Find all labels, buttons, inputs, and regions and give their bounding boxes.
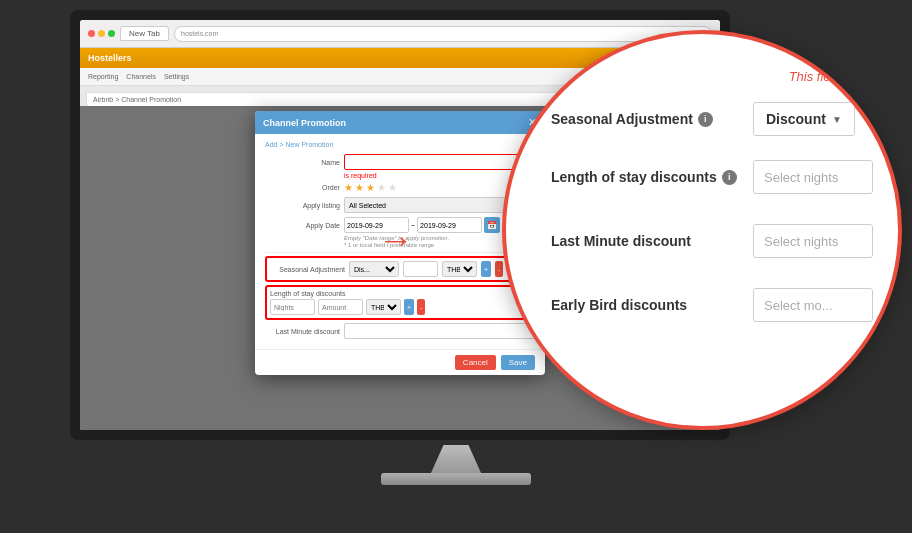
seasonal-info-icon: i: [698, 112, 713, 127]
los-remove-btn[interactable]: -: [417, 299, 425, 315]
star-rating[interactable]: ★ ★ ★ ★ ★: [344, 182, 397, 193]
seasonal-zoom-label: Seasonal Adjustment i: [551, 111, 741, 127]
browser-controls: [88, 30, 115, 37]
early-bird-zoom-input[interactable]: Select mo...: [753, 288, 873, 322]
browser-tab[interactable]: New Tab: [120, 26, 169, 41]
modal-breadcrumb: Add > New Promotion: [265, 141, 535, 148]
monitor-stand-base: [381, 473, 531, 485]
order-label: Order: [265, 184, 340, 191]
name-error: is required: [344, 172, 535, 179]
name-row: Name: [265, 154, 535, 170]
los-zoom-label: Length of stay discounts i: [551, 169, 741, 185]
last-minute-input[interactable]: [344, 323, 535, 339]
seasonal-unit-select[interactable]: THB: [442, 261, 477, 277]
seasonal-amount-input[interactable]: [403, 261, 438, 277]
seasonal-type-select[interactable]: Dis...: [349, 261, 399, 277]
order-row: Order ★ ★ ★ ★ ★: [265, 182, 535, 193]
calendar-button[interactable]: 📅: [484, 217, 500, 233]
modal-title: Channel Promotion: [263, 118, 346, 128]
los-add-btn[interactable]: +: [404, 299, 414, 315]
los-zoom-input[interactable]: Select nights: [753, 160, 873, 194]
arrow-icon: →: [378, 219, 414, 261]
nights-input[interactable]: [270, 299, 315, 315]
los-unit-select[interactable]: THB: [366, 299, 401, 315]
early-bird-zoom-row: Early Bird discounts Select mo...: [551, 288, 873, 322]
seasonal-label: Seasonal Adjustment: [270, 266, 345, 273]
name-label: Name: [265, 159, 340, 166]
name-input[interactable]: [344, 154, 535, 170]
los-section: Length of stay discounts THB + -: [265, 285, 535, 320]
monitor-stand-neck: [431, 445, 481, 473]
nav-channels[interactable]: Channels: [126, 73, 156, 80]
seasonal-row: Seasonal Adjustment Dis... THB +: [270, 261, 530, 277]
amount-input[interactable]: [318, 299, 363, 315]
last-minute-zoom-input[interactable]: Select nights: [753, 224, 873, 258]
last-minute-zoom-label: Last Minute discount: [551, 233, 741, 249]
apply-listing-row: Apply listing All Selected: [265, 197, 535, 213]
last-minute-zoom-row: Last Minute discount Select nights: [551, 224, 873, 258]
early-bird-zoom-label: Early Bird discounts: [551, 297, 741, 313]
modal-footer: Cancel Save: [255, 349, 545, 375]
date-to-input[interactable]: [417, 217, 482, 233]
cancel-button[interactable]: Cancel: [455, 355, 496, 370]
los-zoom-row: Length of stay discounts i Select nights: [551, 160, 873, 194]
browser-address-bar[interactable]: hostels.com: [174, 26, 712, 42]
error-field-text: This field i...: [551, 69, 873, 84]
los-info-icon: i: [722, 170, 737, 185]
apply-date-label: Apply Date: [265, 222, 340, 229]
los-label-row: Length of stay discounts: [270, 290, 530, 297]
modal-header: Channel Promotion ✕: [255, 111, 545, 134]
last-minute-row: Last Minute discount: [265, 323, 535, 339]
dropdown-arrow-icon: ▼: [832, 114, 842, 125]
browser-chrome: New Tab hostels.com: [80, 20, 720, 48]
seasonal-remove-btn[interactable]: -: [495, 261, 503, 277]
seasonal-zoom-row: Seasonal Adjustment i Discount ▼: [551, 102, 873, 136]
nav-reporting[interactable]: Reporting: [88, 73, 118, 80]
seasonal-add-btn[interactable]: +: [481, 261, 491, 277]
zoom-circle: This field i... Seasonal Adjustment i Di…: [502, 30, 902, 430]
nav-settings[interactable]: Settings: [164, 73, 189, 80]
last-minute-label: Last Minute discount: [265, 328, 340, 335]
logo: Hostellers: [88, 53, 132, 63]
discount-dropdown-button[interactable]: Discount ▼: [753, 102, 855, 136]
apply-listing-label: Apply listing: [265, 202, 340, 209]
los-inputs-row: THB + -: [270, 299, 530, 315]
save-button[interactable]: Save: [501, 355, 535, 370]
